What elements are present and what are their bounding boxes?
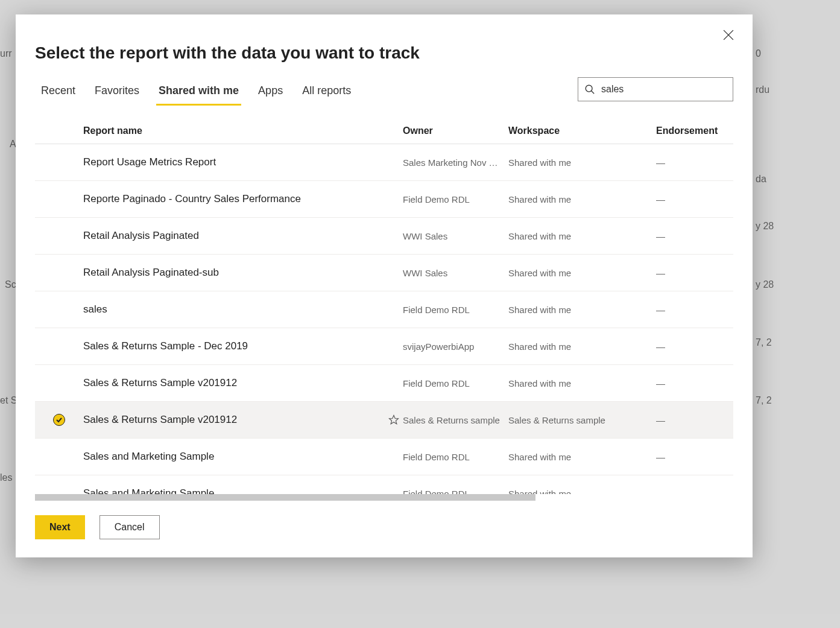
- tab-apps[interactable]: Apps: [258, 80, 283, 106]
- row-report-name: Sales & Returns Sample v201912: [83, 377, 385, 389]
- row-endorsement: —: [656, 157, 733, 168]
- row-endorsement: —: [656, 305, 733, 315]
- table-row[interactable]: Report Usage Metrics ReportSales Marketi…: [35, 144, 733, 181]
- svg-line-3: [592, 90, 595, 94]
- row-endorsement: —: [656, 452, 733, 462]
- tab-all[interactable]: All reports: [302, 80, 351, 106]
- dialog-header: Select the report with the data you want…: [16, 14, 753, 63]
- svg-point-2: [586, 85, 592, 92]
- row-owner: Field Demo RDL: [403, 489, 508, 495]
- col-header-endorsement[interactable]: Endorsement: [656, 125, 733, 136]
- row-workspace: Shared with me: [508, 268, 656, 278]
- row-endorsement: —: [656, 378, 733, 389]
- tab-bar: RecentFavoritesShared with meAppsAll rep…: [16, 63, 753, 106]
- row-report-name: Retail Analysis Paginated-sub: [83, 267, 385, 279]
- row-owner: Field Demo RDL: [403, 305, 508, 315]
- star-icon: [388, 414, 399, 425]
- table-row[interactable]: Sales and Marketing SampleField Demo RDL…: [35, 439, 733, 475]
- col-header-owner[interactable]: Owner: [403, 125, 508, 136]
- close-button[interactable]: [719, 25, 738, 45]
- row-report-name: Reporte Paginado - Country Sales Perform…: [83, 193, 385, 205]
- row-workspace: Shared with me: [508, 378, 656, 389]
- search-icon: [584, 84, 595, 95]
- row-owner: Field Demo RDL: [403, 194, 508, 205]
- table-row[interactable]: Sales & Returns Sample - Dec 2019svijayP…: [35, 328, 733, 365]
- row-owner: Sales & Returns sample: [403, 415, 508, 425]
- table-row[interactable]: Sales & Returns Sample v201912Field Demo…: [35, 365, 733, 402]
- table-row[interactable]: Reporte Paginado - Country Sales Perform…: [35, 181, 733, 218]
- tab-recent[interactable]: Recent: [41, 80, 75, 106]
- row-workspace: Shared with me: [508, 341, 656, 352]
- col-header-name[interactable]: Report name: [83, 125, 403, 136]
- selected-check-icon: [53, 414, 65, 426]
- table-row[interactable]: salesField Demo RDLShared with me—: [35, 291, 733, 328]
- row-owner: WWI Sales: [403, 268, 508, 278]
- row-workspace: Shared with me: [508, 489, 656, 495]
- svg-marker-4: [390, 416, 399, 424]
- search-box[interactable]: [578, 77, 733, 101]
- row-workspace: Shared with me: [508, 231, 656, 241]
- horizontal-scrollbar[interactable]: [35, 494, 733, 501]
- col-header-workspace[interactable]: Workspace: [508, 125, 656, 136]
- row-report-name: Sales and Marketing Sample: [83, 451, 385, 463]
- select-report-dialog: Select the report with the data you want…: [16, 14, 753, 557]
- dialog-footer: Next Cancel: [16, 501, 753, 557]
- row-owner: Field Demo RDL: [403, 452, 508, 462]
- table-row[interactable]: Retail Analysis Paginated-subWWI SalesSh…: [35, 255, 733, 291]
- row-endorsement: —: [656, 194, 733, 205]
- dialog-title: Select the report with the data you want…: [35, 43, 724, 63]
- row-select-cell[interactable]: [35, 414, 83, 426]
- row-owner: WWI Sales: [403, 231, 508, 241]
- row-workspace: Shared with me: [508, 305, 656, 315]
- row-report-name: Report Usage Metrics Report: [83, 156, 385, 168]
- table-header-row: Report name Owner Workspace Endorsement: [35, 118, 733, 144]
- row-owner: svijayPowerbiApp: [403, 341, 508, 352]
- row-report-name: Sales & Returns Sample v201912: [83, 414, 385, 426]
- search-input[interactable]: [601, 84, 727, 95]
- favorite-toggle[interactable]: [385, 414, 403, 425]
- row-endorsement: —: [656, 268, 733, 278]
- tab-shared[interactable]: Shared with me: [159, 80, 239, 106]
- table-row[interactable]: Retail Analysis PaginatedWWI SalesShared…: [35, 218, 733, 255]
- row-owner: Field Demo RDL: [403, 378, 508, 389]
- row-workspace: Shared with me: [508, 452, 656, 462]
- row-endorsement: —: [656, 489, 733, 495]
- report-table: Report name Owner Workspace Endorsement …: [35, 118, 733, 501]
- row-report-name: Sales & Returns Sample - Dec 2019: [83, 340, 385, 352]
- row-report-name: Sales and Marketing Sample: [83, 487, 385, 494]
- next-button[interactable]: Next: [35, 515, 85, 539]
- row-workspace: Shared with me: [508, 194, 656, 205]
- row-endorsement: —: [656, 415, 733, 425]
- scrollbar-thumb[interactable]: [35, 494, 535, 501]
- row-report-name: Retail Analysis Paginated: [83, 230, 385, 242]
- row-endorsement: —: [656, 341, 733, 352]
- table-body[interactable]: Report Usage Metrics ReportSales Marketi…: [35, 144, 733, 494]
- close-icon: [723, 30, 734, 40]
- tab-favorites[interactable]: Favorites: [95, 80, 139, 106]
- table-row[interactable]: Sales and Marketing SampleField Demo RDL…: [35, 475, 733, 494]
- row-owner: Sales Marketing Nov …: [403, 157, 508, 168]
- row-workspace: Shared with me: [508, 157, 656, 168]
- row-workspace: Sales & Returns sample: [508, 415, 656, 425]
- row-report-name: sales: [83, 303, 385, 316]
- table-row[interactable]: Sales & Returns Sample v201912Sales & Re…: [35, 402, 733, 439]
- cancel-button[interactable]: Cancel: [99, 515, 160, 539]
- row-endorsement: —: [656, 231, 733, 241]
